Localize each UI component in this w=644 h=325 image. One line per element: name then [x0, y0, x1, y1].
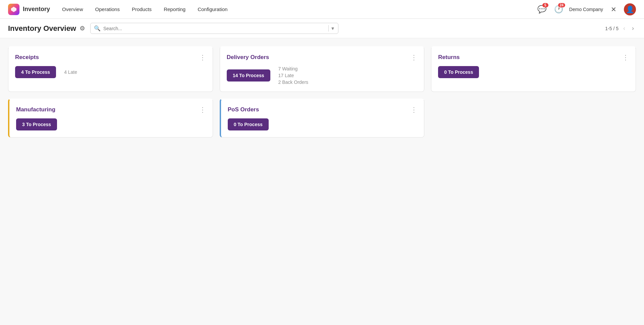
svg-marker-0	[11, 7, 16, 12]
pagination: 1-5 / 5 ‹ ›	[605, 24, 636, 33]
delivery-process-button[interactable]: 14 To Process	[227, 69, 270, 82]
nav-item-reporting[interactable]: Reporting	[158, 4, 191, 15]
prev-page-button[interactable]: ‹	[621, 24, 627, 33]
card-receipts-body: 4 To Process 4 Late	[15, 66, 206, 78]
search-icon: 🔍	[94, 25, 101, 32]
nav-item-operations[interactable]: Operations	[90, 4, 125, 15]
card-delivery-title: Delivery Orders	[227, 54, 269, 60]
page-title-container: Inventory Overview ⚙	[8, 24, 85, 33]
card-pos-orders: PoS Orders ⋮ 0 To Process	[220, 99, 425, 138]
nav-item-overview[interactable]: Overview	[57, 4, 89, 15]
brand-icon	[8, 4, 19, 15]
empty-slot	[431, 99, 636, 138]
card-returns-title: Returns	[438, 54, 460, 60]
receipts-process-button[interactable]: 4 To Process	[15, 66, 56, 78]
card-delivery-body: 14 To Process 7 Waiting 17 Late 2 Back O…	[227, 66, 418, 85]
settings-button[interactable]: ✕	[607, 3, 620, 16]
card-receipts-menu[interactable]: ⋮	[198, 53, 207, 62]
card-receipts-title: Receipts	[15, 54, 39, 60]
card-delivery-stats: 7 Waiting 17 Late 2 Back Orders	[278, 66, 308, 85]
card-returns-body: 0 To Process	[438, 66, 629, 78]
card-pos-body: 0 To Process	[228, 118, 418, 130]
card-pos-menu[interactable]: ⋮	[409, 105, 419, 114]
next-page-button[interactable]: ›	[630, 24, 636, 33]
nav-item-configuration[interactable]: Configuration	[192, 4, 233, 15]
delivery-stat-2: 2 Back Orders	[278, 79, 308, 85]
pos-process-button[interactable]: 0 To Process	[228, 118, 269, 130]
avatar-icon: 👤	[626, 5, 634, 13]
card-pos-title: PoS Orders	[228, 106, 259, 113]
wrench-icon: ✕	[611, 5, 616, 13]
nav-menu: Overview Operations Products Reporting C…	[57, 4, 536, 15]
brand-label: Inventory	[23, 6, 50, 13]
card-receipts: Receipts ⋮ 4 To Process 4 Late	[8, 46, 213, 92]
navbar: Inventory Overview Operations Products R…	[0, 0, 644, 19]
delivery-stat-1: 17 Late	[278, 73, 308, 78]
card-delivery-menu[interactable]: ⋮	[409, 53, 419, 62]
user-avatar[interactable]: 👤	[624, 3, 636, 15]
activity-badge: 24	[558, 3, 565, 7]
search-input[interactable]	[103, 26, 326, 31]
search-bar: 🔍 ▾	[90, 23, 338, 34]
card-returns-menu[interactable]: ⋮	[621, 53, 630, 62]
activity-button[interactable]: 🕐 24	[552, 3, 565, 16]
card-receipts-stats: 4 Late	[64, 69, 77, 75]
messages-badge: 5	[542, 3, 548, 7]
messages-button[interactable]: 💬 5	[536, 3, 548, 16]
card-manufacturing-menu[interactable]: ⋮	[198, 105, 207, 114]
nav-right: 💬 5 🕐 24 Demo Company ✕ 👤	[536, 3, 636, 16]
manufacturing-process-button[interactable]: 3 To Process	[16, 118, 57, 130]
receipts-stat-0: 4 Late	[64, 69, 77, 75]
card-returns: Returns ⋮ 0 To Process	[431, 46, 636, 92]
toolbar: Inventory Overview ⚙ 🔍 ▾ 1-5 / 5 ‹ ›	[0, 19, 644, 38]
pagination-label: 1-5 / 5	[605, 26, 619, 31]
nav-item-products[interactable]: Products	[126, 4, 157, 15]
nav-brand[interactable]: Inventory	[8, 4, 50, 15]
settings-gear-icon[interactable]: ⚙	[79, 25, 85, 32]
delivery-stat-0: 7 Waiting	[278, 66, 308, 71]
company-name[interactable]: Demo Company	[569, 7, 603, 12]
search-dropdown-button[interactable]: ▾	[328, 25, 335, 32]
card-manufacturing: Manufacturing ⋮ 3 To Process	[8, 99, 213, 138]
card-manufacturing-title: Manufacturing	[16, 106, 55, 113]
main-content: Receipts ⋮ 4 To Process 4 Late Delivery …	[0, 38, 644, 146]
returns-process-button[interactable]: 0 To Process	[438, 66, 479, 78]
card-manufacturing-body: 3 To Process	[16, 118, 206, 130]
card-delivery-orders: Delivery Orders ⋮ 14 To Process 7 Waitin…	[220, 46, 425, 92]
page-title-text: Inventory Overview	[8, 24, 76, 33]
